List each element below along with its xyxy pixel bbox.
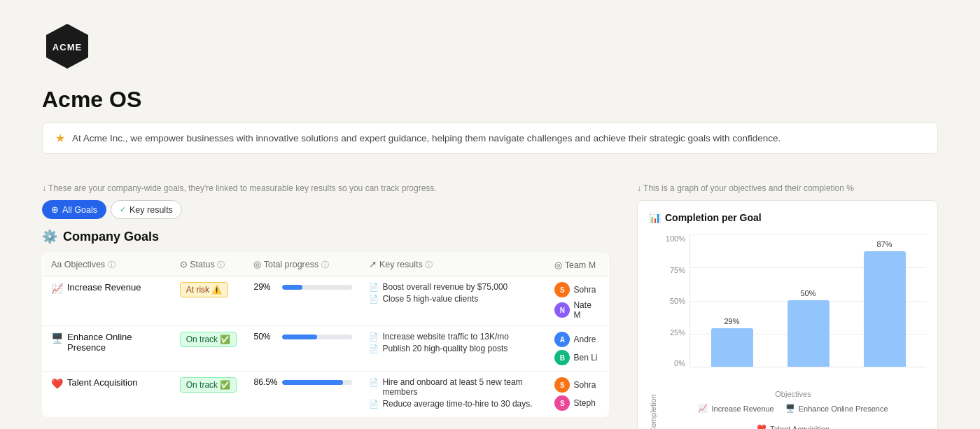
progress-wrap: 86.5% xyxy=(253,377,352,387)
progress-info-icon: ⓘ xyxy=(321,260,329,269)
team-cell: A Andre B Ben Li xyxy=(546,326,608,372)
bar-value: 29% xyxy=(724,317,739,325)
key-results-cell: 📄 Increase website traffic to 13K/mo 📄 P… xyxy=(360,326,546,372)
description-bar: ★ At Acme Inc., we empower businesses wi… xyxy=(42,122,938,154)
objective-icon: 🖥️ xyxy=(51,332,63,344)
key-results-label: Key results xyxy=(130,205,173,215)
list-item: 📄 Increase website traffic to 13K/mo xyxy=(369,332,538,342)
team-cell: S Sohra N Nate M xyxy=(546,276,608,326)
y-axis-label: Completion xyxy=(649,234,657,429)
left-hint: ↓ These are your company-wide goals, the… xyxy=(42,183,609,193)
member-name: Sohra xyxy=(573,380,596,390)
company-goals-icon: ⚙️ xyxy=(42,229,57,244)
progress-wrap: 50% xyxy=(253,332,352,342)
list-item: 📄 Reduce average time-to-hire to 30 days… xyxy=(369,399,538,409)
x-labels xyxy=(690,369,926,388)
key-results-cell: 📄 Boost overall revenue by $75,000 📄 Clo… xyxy=(360,276,546,326)
progress-cell: 29% xyxy=(245,276,360,326)
legend-label: Talent Acquisition xyxy=(770,425,830,430)
left-panel: ↓ These are your company-wide goals, the… xyxy=(42,183,609,429)
key-results-check-icon: ✓ xyxy=(120,205,126,214)
chart-area: 100% 75% 50% 25% 0% xyxy=(660,234,926,388)
chart-bar-icon: 📊 xyxy=(649,212,661,223)
legend-item: 🖥️ Enhance Online Presence xyxy=(785,404,888,413)
progress-bar-fill xyxy=(282,285,302,290)
kr-text: Reduce average time-to-hire to 30 days. xyxy=(382,399,532,409)
objective-name: Increase Revenue xyxy=(67,282,141,293)
chart-title-text: Completion per Goal xyxy=(665,212,762,223)
progress-bar-bg xyxy=(282,335,352,339)
bar-group: 50% xyxy=(780,289,836,367)
star-icon: ★ xyxy=(55,132,65,145)
progress-cell: 50% xyxy=(245,326,360,372)
member-name: Steph xyxy=(573,398,595,408)
bar xyxy=(864,251,906,367)
right-panel: ↓ This is a graph of your objectives and… xyxy=(637,183,938,429)
bar-value: 50% xyxy=(800,289,816,297)
all-goals-label: All Goals xyxy=(62,205,97,215)
objective-icon: 📈 xyxy=(51,283,63,294)
status-cell: On track ✅ xyxy=(172,326,246,372)
bar xyxy=(788,300,830,367)
progress-percent: 86.5% xyxy=(253,377,278,387)
key-results-cell: 📄 Hire and onboard at least 5 new team m… xyxy=(360,372,546,417)
description-text: At Acme Inc., we empower businesses with… xyxy=(72,133,780,143)
col-team: ◎ Team M xyxy=(546,253,608,276)
kr-doc-icon: 📄 xyxy=(369,400,379,409)
legend-label: Increase Revenue xyxy=(711,405,774,413)
table-row: ❤️ Talent Acquisition On track ✅ 86.5% 📄… xyxy=(43,372,609,417)
list-item: 📄 Close 5 high-value clients xyxy=(369,294,538,304)
objective-cell: 🖥️ Enhance Online Presence xyxy=(43,326,172,372)
kr-text: Publish 20 high-quality blog posts xyxy=(382,344,507,353)
kr-doc-icon: 📄 xyxy=(369,332,379,342)
status-badge: At risk ⚠️ xyxy=(180,282,229,297)
company-goals-heading: ⚙️ Company Goals xyxy=(42,229,609,244)
objective-name: Enhance Online Presence xyxy=(67,332,163,353)
tabs-row: ⊕ All Goals ✓ Key results xyxy=(42,200,609,219)
kr-text: Boost overall revenue by $75,000 xyxy=(382,282,507,292)
company-goals-title: Company Goals xyxy=(63,230,159,244)
tab-key-results[interactable]: ✓ Key results xyxy=(111,200,182,219)
avatar: S xyxy=(554,282,570,297)
avatar: S xyxy=(554,377,570,393)
list-item: B Ben Li xyxy=(554,350,600,365)
legend-item: ❤️ Talent Acquisition xyxy=(757,424,830,429)
bar-group: 87% xyxy=(857,240,912,367)
objective-cell: ❤️ Talent Acquisition xyxy=(43,372,172,417)
member-name: Sohra xyxy=(573,285,596,295)
progress-bar-fill xyxy=(282,380,343,385)
kr-doc-icon: 📄 xyxy=(369,283,379,292)
kr-doc-icon: 📄 xyxy=(369,344,379,353)
kr-text: Close 5 high-value clients xyxy=(382,294,478,304)
bar-value: 87% xyxy=(876,240,892,248)
list-item: 📄 Publish 20 high-quality blog posts xyxy=(369,344,538,353)
objective-cell: 📈 Increase Revenue xyxy=(43,276,172,326)
svg-text:ACME: ACME xyxy=(52,42,82,52)
kr-text: Hire and onboard at least 5 new team mem… xyxy=(382,377,538,397)
status-badge: On track ✅ xyxy=(180,377,237,393)
objective-icon: ❤️ xyxy=(51,378,63,389)
chart-title: 📊 Completion per Goal xyxy=(649,212,926,223)
chart-container: 📊 Completion per Goal Completion 100% 75… xyxy=(637,200,938,429)
kr-doc-icon: 📄 xyxy=(369,295,379,304)
bar-group: 29% xyxy=(704,317,760,367)
avatar: A xyxy=(554,332,570,347)
tab-all-goals[interactable]: ⊕ All Goals xyxy=(42,200,106,219)
objective-name: Talent Acquisition xyxy=(67,377,137,388)
x-axis-label: Objectives xyxy=(660,390,926,398)
legend-label: Enhance Online Presence xyxy=(799,405,888,413)
list-item: S Sohra xyxy=(554,377,600,393)
list-item: 📄 Hire and onboard at least 5 new team m… xyxy=(369,377,538,397)
list-item: S Sohra xyxy=(554,282,600,297)
legend-icon: 📈 xyxy=(698,404,708,413)
list-item: N Nate M xyxy=(554,300,600,320)
table-row: 📈 Increase Revenue At risk ⚠️ 29% 📄 Boos… xyxy=(43,276,609,326)
status-cell: On track ✅ xyxy=(172,372,246,417)
main-content: ↓ These are your company-wide goals, the… xyxy=(0,183,980,429)
objectives-info-icon: ⓘ xyxy=(108,260,115,269)
list-item: 📄 Boost overall revenue by $75,000 xyxy=(369,282,538,292)
y-labels: 100% 75% 50% 25% 0% xyxy=(660,234,685,367)
col-objectives: Aa Objectives ⓘ xyxy=(43,253,172,276)
list-item: A Andre xyxy=(554,332,600,347)
status-cell: At risk ⚠️ xyxy=(172,276,246,326)
